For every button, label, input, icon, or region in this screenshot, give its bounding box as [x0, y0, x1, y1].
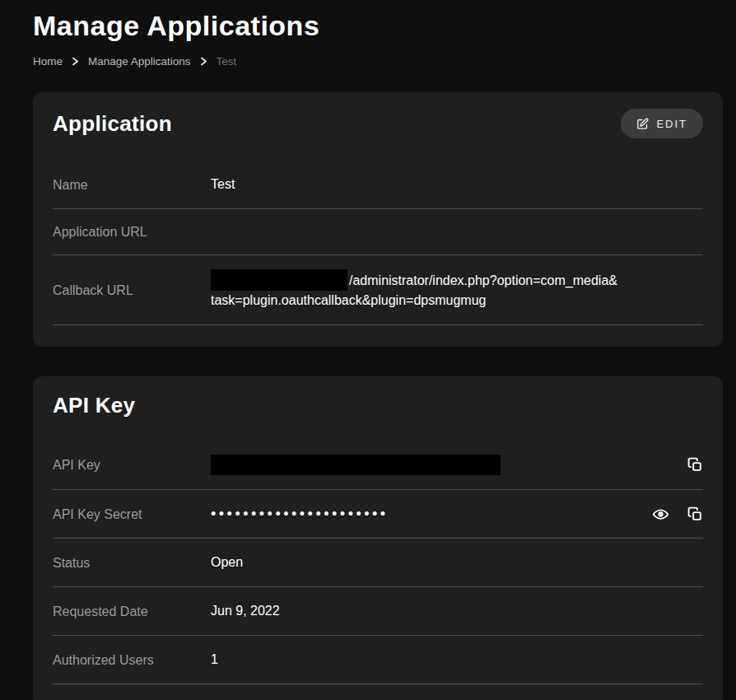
- copy-icon: [687, 457, 703, 473]
- api-key-label: API Key: [53, 456, 211, 474]
- chevron-right-icon: [200, 57, 207, 66]
- status-value: Open: [211, 553, 703, 572]
- callback-url-line2: task=plugin.oauthcallback&plugin=dpsmugm…: [211, 293, 486, 307]
- api-key-card-title: API Key: [53, 393, 135, 418]
- callback-url-line1: /administrator/index.php?option=com_medi…: [349, 273, 617, 287]
- name-label: Name: [53, 176, 211, 194]
- eye-icon: [652, 506, 669, 523]
- authorized-users-label: Authorized Users: [53, 651, 211, 669]
- requested-date-value: Jun 9, 2022: [211, 601, 703, 621]
- application-card-title: Application: [53, 111, 172, 137]
- redacted-domain-box: [211, 269, 347, 291]
- callback-url-label: Callback URL: [53, 282, 211, 299]
- edit-icon: [636, 118, 649, 130]
- breadcrumb-home[interactable]: Home: [33, 55, 63, 68]
- row-name: Name Test: [53, 161, 703, 209]
- requested-date-label: Requested Date: [53, 603, 211, 620]
- api-key-card: API Key API Key API Key Secret •••••••: [33, 376, 723, 700]
- row-api-key-secret: API Key Secret ••••••••••••••••••••••: [53, 490, 703, 539]
- status-label: Status: [53, 554, 211, 572]
- row-requested-date: Requested Date Jun 9, 2022: [53, 587, 703, 636]
- chevron-right-icon: [72, 57, 79, 66]
- copy-api-key-button[interactable]: [687, 457, 703, 473]
- application-card-rows: Name Test Application URL Callback URL /…: [53, 161, 703, 325]
- application-card-header: Application EDIT: [53, 109, 703, 138]
- row-application-url: Application URL: [53, 209, 703, 255]
- edit-button[interactable]: EDIT: [621, 109, 703, 138]
- api-key-value: [211, 455, 676, 475]
- application-url-label: Application URL: [53, 223, 211, 240]
- authorized-users-value: 1: [211, 650, 703, 670]
- application-card: Application EDIT Name Test Application U…: [33, 92, 723, 347]
- edit-button-label: EDIT: [656, 118, 687, 130]
- callback-url-value: /administrator/index.php?option=com_medi…: [211, 269, 703, 310]
- api-key-secret-label: API Key Secret: [53, 506, 211, 523]
- reveal-secret-button[interactable]: [652, 506, 669, 523]
- row-status: Status Open: [53, 539, 703, 587]
- page: Manage Applications Home Manage Applicat…: [33, 0, 723, 700]
- row-api-key: API Key: [53, 441, 703, 490]
- breadcrumb: Home Manage Applications Test: [33, 55, 723, 68]
- breadcrumb-current: Test: [217, 55, 237, 68]
- api-key-actions: [687, 457, 703, 473]
- api-key-card-rows: API Key API Key Secret •••••••••••••••••…: [53, 441, 703, 684]
- redacted-api-key-box: [211, 455, 501, 475]
- api-key-secret-actions: [652, 506, 703, 523]
- api-key-secret-value: ••••••••••••••••••••••: [211, 504, 641, 524]
- page-title: Manage Applications: [33, 10, 723, 42]
- copy-secret-button[interactable]: [687, 506, 703, 522]
- api-key-card-header: API Key: [53, 393, 703, 418]
- copy-icon: [687, 506, 703, 522]
- breadcrumb-manage-applications[interactable]: Manage Applications: [88, 55, 191, 68]
- row-callback-url: Callback URL /administrator/index.php?op…: [53, 255, 703, 325]
- name-value: Test: [211, 175, 703, 194]
- row-authorized-users: Authorized Users 1: [53, 636, 703, 684]
